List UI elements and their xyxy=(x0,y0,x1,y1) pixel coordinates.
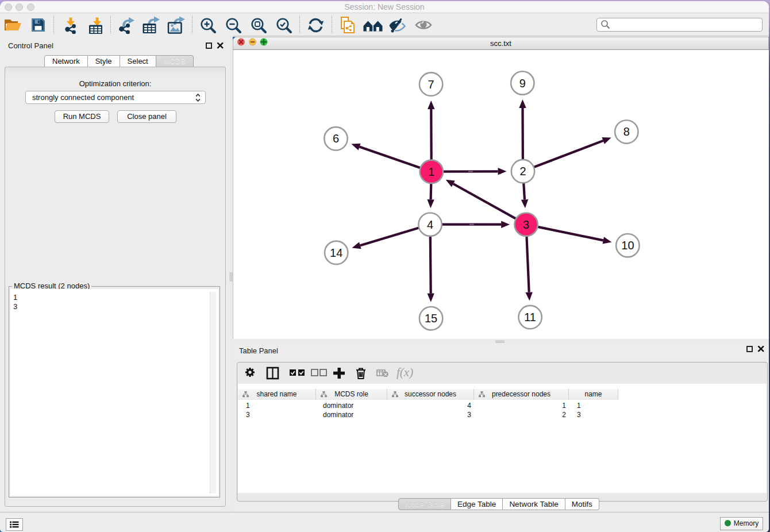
svg-text:1: 1 xyxy=(428,165,434,178)
svg-text:15: 15 xyxy=(425,312,437,325)
svg-text:9: 9 xyxy=(519,77,526,90)
svg-text:7: 7 xyxy=(428,78,434,91)
svg-text:6: 6 xyxy=(333,132,339,145)
svg-text:f(x): f(x) xyxy=(396,365,413,379)
svg-text:11: 11 xyxy=(524,311,536,323)
svg-text:8: 8 xyxy=(623,125,630,138)
svg-text:4: 4 xyxy=(427,218,433,231)
svg-text:10: 10 xyxy=(621,239,634,252)
svg-text:3: 3 xyxy=(523,218,529,231)
svg-text:2: 2 xyxy=(519,165,526,178)
svg-text:14: 14 xyxy=(330,246,342,259)
